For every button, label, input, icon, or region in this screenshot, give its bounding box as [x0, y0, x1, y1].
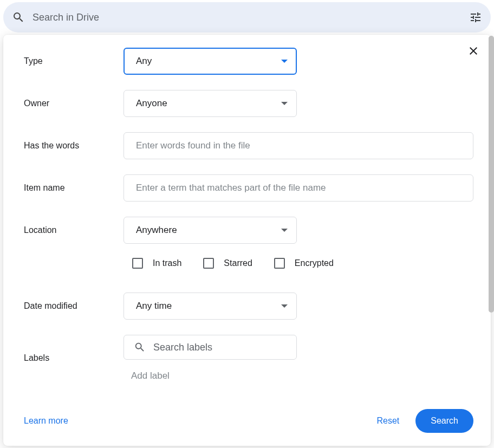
advanced-search-panel: Type Any Owner Anyone Has the words: [3, 35, 491, 446]
datemodified-select[interactable]: Any time: [123, 293, 297, 320]
haswords-input[interactable]: [123, 132, 473, 159]
reset-button[interactable]: Reset: [377, 416, 400, 426]
location-label: Location: [24, 225, 123, 235]
labels-search-input[interactable]: Search labels: [123, 335, 297, 360]
starred-checkbox[interactable]: [203, 258, 214, 269]
type-label: Type: [24, 56, 123, 66]
itemname-label: Item name: [24, 183, 123, 193]
panel-footer: Learn more Reset Search: [24, 398, 473, 433]
haswords-label: Has the words: [24, 141, 123, 151]
search-input[interactable]: [32, 12, 461, 23]
search-icon: [12, 11, 25, 24]
type-select[interactable]: Any: [123, 48, 297, 75]
owner-label: Owner: [24, 99, 123, 108]
location-value: Anywhere: [136, 225, 177, 236]
tune-icon[interactable]: [469, 11, 482, 24]
itemname-input[interactable]: [123, 174, 473, 202]
chevron-down-icon: [281, 229, 288, 232]
intrash-checkbox[interactable]: [132, 258, 143, 269]
labels-search-placeholder: Search labels: [153, 342, 212, 353]
location-select[interactable]: Anywhere: [123, 217, 297, 244]
chevron-down-icon: [281, 304, 288, 308]
starred-label: Starred: [224, 258, 252, 268]
search-bar[interactable]: [3, 2, 491, 33]
datemodified-label: Date modified: [24, 301, 123, 311]
scrollbar[interactable]: [489, 36, 494, 313]
learn-more-link[interactable]: Learn more: [24, 416, 68, 426]
owner-value: Anyone: [136, 98, 167, 109]
search-button[interactable]: Search: [415, 409, 473, 433]
type-value: Any: [136, 56, 152, 67]
owner-select[interactable]: Anyone: [123, 90, 297, 117]
intrash-label: In trash: [153, 258, 181, 268]
chevron-down-icon: [281, 102, 288, 105]
datemodified-value: Any time: [136, 301, 172, 311]
add-label-text: Add label: [131, 371, 473, 381]
encrypted-checkbox[interactable]: [274, 258, 285, 269]
encrypted-label: Encrypted: [295, 258, 334, 268]
labels-label: Labels: [24, 353, 123, 363]
scrollbar-thumb[interactable]: [489, 36, 494, 313]
chevron-down-icon: [281, 60, 288, 63]
